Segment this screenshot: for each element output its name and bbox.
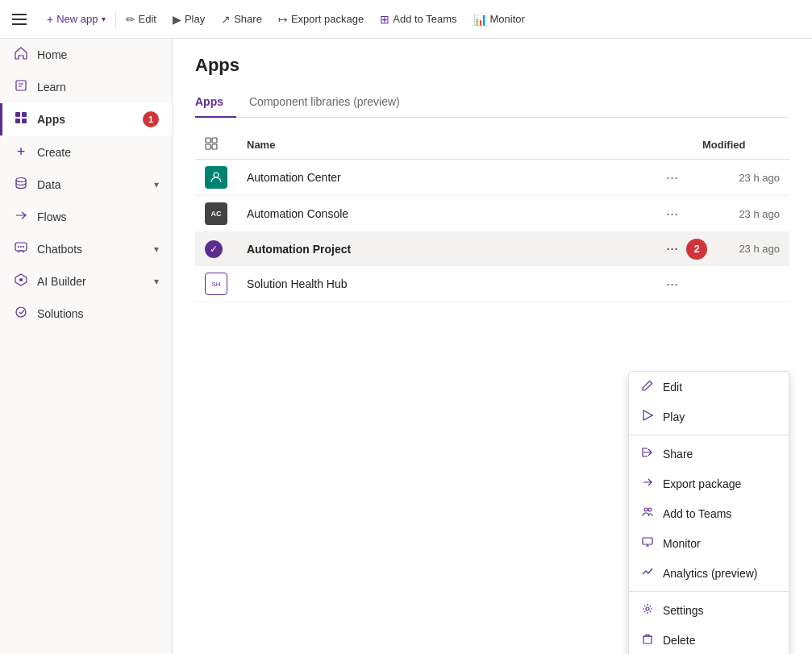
chevron-down-icon: ▾ (154, 179, 159, 190)
sidebar: Home Learn Apps 1 (0, 39, 173, 654)
svg-rect-24 (643, 538, 652, 544)
toolbar: + New app ▾ ✏ Edit ▶ Play ↗ Share ↦ Expo… (0, 0, 812, 39)
teams-icon (642, 506, 655, 520)
plus-icon: + (47, 13, 53, 26)
svg-point-23 (648, 508, 652, 511)
app-name: Solution Health Hub (237, 266, 652, 302)
data-icon (13, 177, 29, 193)
menu-divider (629, 435, 789, 435)
context-menu-edit[interactable]: Edit (629, 372, 789, 402)
sidebar-item-flows[interactable]: Flows (0, 201, 172, 233)
svg-point-25 (646, 607, 649, 610)
monitor-icon: 📊 (473, 13, 487, 26)
sidebar-item-data[interactable]: Data ▾ (0, 169, 172, 201)
table-header-icon (195, 131, 237, 160)
home-icon (13, 47, 29, 63)
sidebar-item-create[interactable]: + Create (0, 135, 172, 169)
step-badge-2: 2 (686, 239, 707, 260)
row-options-button[interactable]: ··· (661, 274, 683, 294)
app-name: Automation Console (237, 196, 652, 232)
svg-rect-5 (22, 112, 27, 117)
context-menu-settings[interactable]: Settings (629, 595, 789, 625)
edit-button[interactable]: ✏ Edit (118, 10, 164, 29)
table-row[interactable]: Automation Center ··· 23 h ago (195, 160, 789, 196)
share-button[interactable]: ↗ Share (213, 10, 270, 29)
share-icon (642, 447, 655, 460)
context-menu-analytics[interactable]: Analytics (preview) (629, 558, 789, 588)
tabs-container: Apps Component libraries (preview) (195, 89, 789, 118)
svg-point-12 (23, 246, 24, 248)
row-options-button[interactable]: ··· (661, 239, 683, 259)
svg-rect-0 (12, 14, 27, 15)
share-icon: ↗ (221, 13, 231, 26)
svg-point-20 (214, 173, 219, 177)
play-icon: ▶ (173, 13, 181, 26)
tab-apps[interactable]: Apps (195, 89, 236, 118)
svg-rect-26 (643, 636, 652, 644)
context-menu-export-package[interactable]: Export package (629, 469, 789, 498)
context-menu-play[interactable]: Play (629, 402, 789, 431)
app-name: Automation Center (237, 160, 652, 196)
svg-rect-7 (22, 119, 27, 123)
chatbots-icon (13, 241, 29, 257)
sidebar-item-learn[interactable]: Learn (0, 71, 172, 103)
monitor-button[interactable]: 📊 Monitor (465, 10, 533, 29)
app-modified: 23 h ago (693, 196, 789, 232)
selected-check: ✓ (205, 240, 223, 258)
apps-badge: 1 (143, 111, 159, 127)
row-options-button[interactable]: ··· (661, 204, 683, 224)
settings-icon (642, 603, 655, 617)
svg-point-22 (644, 508, 648, 511)
new-app-button[interactable]: + New app ▾ (39, 10, 114, 29)
svg-rect-1 (12, 19, 27, 20)
sidebar-item-chatbots[interactable]: Chatbots ▾ (0, 233, 172, 265)
row-options-button[interactable]: ··· (661, 168, 683, 188)
app-modified: 23 h ago (693, 160, 789, 196)
table-row[interactable]: SH Solution Health Hub ··· (195, 266, 789, 302)
table-row[interactable]: ✓ Automation Project ··· 2 23 h ago (195, 232, 789, 266)
sidebar-item-home[interactable]: Home (0, 39, 172, 71)
table-row[interactable]: AC Automation Console ··· 23 h ago (195, 196, 789, 232)
app-icon (205, 166, 227, 189)
svg-rect-19 (212, 144, 217, 149)
hamburger-icon[interactable] (6, 6, 32, 32)
apps-icon (13, 111, 29, 127)
delete-icon (642, 633, 655, 647)
svg-rect-18 (206, 144, 210, 149)
sidebar-item-ai-builder[interactable]: AI Builder ▾ (0, 265, 172, 298)
create-icon: + (13, 144, 29, 160)
context-menu-share[interactable]: Share (629, 439, 789, 469)
table-header-name: Name (237, 131, 652, 160)
export-package-icon (642, 477, 655, 490)
chevron-down-icon: ▾ (154, 244, 159, 255)
svg-point-11 (20, 246, 22, 248)
play-icon (642, 410, 655, 423)
export-package-button[interactable]: ↦ Export package (270, 10, 372, 29)
learn-icon (13, 79, 29, 95)
tab-component-libraries[interactable]: Component libraries (preview) (236, 89, 413, 118)
play-button[interactable]: ▶ Play (164, 10, 213, 29)
context-menu-monitor[interactable]: Monitor (629, 528, 789, 558)
add-to-teams-button[interactable]: ⊞ Add to Teams (372, 10, 464, 29)
context-menu-delete[interactable]: Delete (629, 625, 789, 654)
table-header-modified: Modified (693, 131, 789, 160)
sidebar-item-solutions[interactable]: Solutions (0, 298, 172, 330)
svg-marker-21 (643, 410, 652, 420)
svg-rect-3 (16, 81, 26, 90)
sidebar-item-apps[interactable]: Apps 1 (0, 103, 172, 135)
main-layout: Home Learn Apps 1 (0, 39, 812, 654)
edit-icon (642, 380, 655, 394)
monitor-icon (642, 536, 655, 550)
chevron-down-icon: ▾ (154, 276, 159, 287)
toolbar-separator (115, 11, 116, 27)
chevron-down-icon: ▾ (102, 15, 106, 23)
apps-table: Name Modified (195, 131, 789, 302)
context-menu-add-to-teams[interactable]: Add to Teams (629, 498, 789, 528)
svg-rect-17 (212, 138, 217, 143)
svg-rect-2 (12, 23, 27, 25)
menu-divider (629, 591, 789, 592)
flows-icon (13, 209, 29, 225)
export-icon: ↦ (278, 13, 288, 26)
svg-point-14 (19, 278, 23, 281)
edit-icon: ✏ (126, 13, 135, 26)
